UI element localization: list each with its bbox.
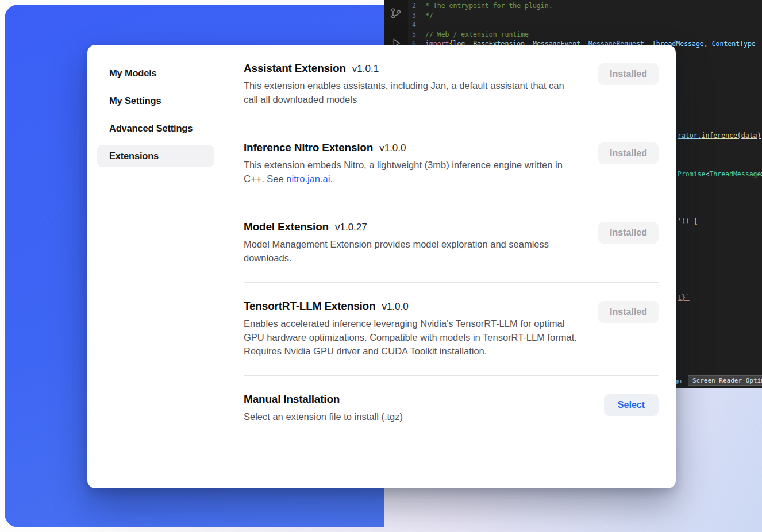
extension-version: v1.0.27 bbox=[335, 222, 367, 233]
source-control-icon[interactable] bbox=[390, 7, 402, 20]
installed-button[interactable]: Installed bbox=[598, 63, 659, 85]
sidebar-item-advanced-settings[interactable]: Advanced Settings bbox=[97, 117, 214, 140]
settings-modal: My Models My Settings Advanced Settings … bbox=[87, 45, 676, 488]
code-line: 2 * The entrypoint for the plugin. bbox=[408, 1, 756, 11]
extension-row-tensorrt: TensortRT-LLM Extension v1.0.0 Enables a… bbox=[244, 283, 659, 376]
extension-row-model: Model Extension v1.0.27 Model Management… bbox=[244, 203, 659, 283]
installed-button[interactable]: Installed bbox=[598, 222, 659, 244]
extension-version: v1.0.0 bbox=[382, 301, 408, 313]
extension-description: Enables accelerated inference leveraging… bbox=[244, 317, 580, 358]
settings-sidebar: My Models My Settings Advanced Settings … bbox=[87, 45, 224, 488]
code-fragment: Promise<ThreadMessage> bbox=[678, 170, 762, 178]
code-area: 2 * The entrypoint for the plugin. 3 */ … bbox=[408, 1, 756, 49]
extension-description: This extension embeds Nitro, a lightweig… bbox=[244, 158, 580, 186]
extensions-list: Assistant Extension v1.0.1 This extensio… bbox=[224, 45, 676, 488]
extension-description: Select an extension file to install (.tg… bbox=[244, 410, 580, 423]
code-text: // Web / extension runtime bbox=[425, 30, 529, 38]
code-fragment: rator.inference(data)); bbox=[678, 132, 762, 140]
sidebar-item-extensions[interactable]: Extensions bbox=[97, 145, 214, 167]
app-canvas: 2 * The entrypoint for the plugin. 3 */ … bbox=[0, 0, 762, 532]
nitro-jan-ai-link[interactable]: nitro.jan.ai. bbox=[286, 174, 333, 184]
installed-button[interactable]: Installed bbox=[598, 142, 659, 164]
extension-version: v1.0.0 bbox=[379, 142, 406, 154]
code-text: */ bbox=[425, 11, 433, 20]
code-text: * The entrypoint for the plugin. bbox=[425, 2, 553, 10]
extension-description: Model Management Extension provides mode… bbox=[244, 237, 580, 265]
line-number: 3 bbox=[408, 11, 425, 20]
line-number: 4 bbox=[408, 21, 425, 29]
code-fragment: t}` bbox=[678, 294, 690, 302]
extension-title: Assistant Extension bbox=[244, 62, 346, 75]
sidebar-item-my-settings[interactable]: My Settings bbox=[97, 90, 214, 112]
select-file-button[interactable]: Select bbox=[604, 394, 659, 416]
code-fragment: ')) { bbox=[678, 217, 698, 225]
extension-description: This extension enables assistants, inclu… bbox=[244, 79, 580, 106]
extension-title: Model Extension bbox=[244, 221, 329, 233]
code-line: 5 // Web / extension runtime bbox=[408, 30, 756, 40]
extension-title: Manual Installation bbox=[244, 393, 340, 406]
extension-version: v1.0.1 bbox=[352, 63, 379, 75]
installed-button[interactable]: Installed bbox=[598, 301, 659, 323]
extension-row-nitro: Inference Nitro Extension v1.0.0 This ex… bbox=[244, 124, 659, 203]
extension-title: TensortRT-LLM Extension bbox=[244, 300, 375, 313]
sidebar-item-my-models[interactable]: My Models bbox=[97, 62, 214, 84]
extension-title: Inference Nitro Extension bbox=[244, 141, 373, 154]
code-line: 3 */ bbox=[408, 11, 756, 21]
code-line: 4 bbox=[408, 20, 756, 30]
extension-row-manual-install: Manual Installation Select an extension … bbox=[244, 376, 659, 441]
line-number: 5 bbox=[408, 30, 425, 38]
extension-row-assistant: Assistant Extension v1.0.1 This extensio… bbox=[244, 45, 659, 124]
screen-reader-notice: Screen Reader Optimize bbox=[688, 375, 762, 386]
line-number: 2 bbox=[408, 2, 425, 10]
